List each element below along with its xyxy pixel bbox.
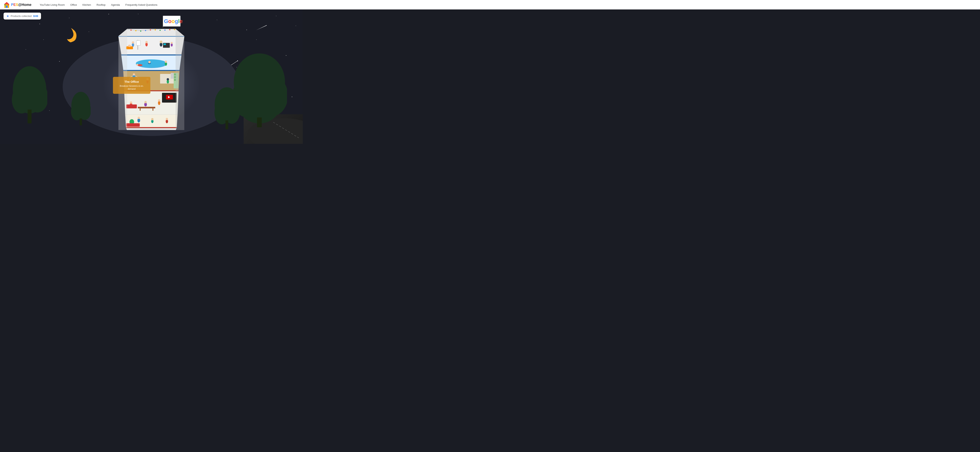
svg-rect-23	[226, 121, 228, 129]
star	[296, 25, 296, 26]
svg-point-32	[135, 30, 137, 31]
star	[217, 20, 217, 20]
nav-rooftop[interactable]: Rooftop	[95, 3, 108, 7]
svg-point-34	[145, 30, 146, 31]
svg-rect-3	[4, 4, 6, 6]
svg-point-66	[165, 60, 167, 63]
products-label: Products collected	[11, 14, 32, 17]
svg-marker-112	[118, 29, 127, 130]
svg-point-38	[164, 30, 165, 31]
svg-marker-1	[4, 2, 10, 4]
svg-point-35	[150, 29, 151, 30]
tree-left-small	[71, 90, 91, 126]
svg-rect-50	[164, 44, 166, 45]
svg-point-54	[128, 44, 131, 47]
svg-point-46	[145, 41, 148, 43]
svg-rect-14	[80, 119, 82, 125]
svg-point-93	[145, 101, 147, 103]
svg-point-64	[136, 64, 138, 66]
svg-point-13	[78, 101, 91, 120]
star	[40, 24, 40, 24]
nav-office[interactable]: Office	[68, 3, 79, 7]
svg-point-108	[166, 118, 168, 120]
tree-right-large	[232, 52, 287, 128]
svg-point-31	[130, 30, 132, 31]
svg-point-9	[27, 83, 47, 113]
svg-point-37	[159, 30, 161, 31]
svg-rect-10	[28, 109, 32, 123]
svg-point-39	[169, 29, 170, 30]
svg-marker-57	[121, 55, 181, 56]
nav-agenda[interactable]: Agenda	[109, 3, 122, 7]
svg-point-36	[155, 29, 156, 30]
svg-point-48	[160, 41, 162, 43]
shooting-star	[256, 25, 267, 30]
svg-rect-96	[138, 107, 155, 108]
svg-point-95	[158, 99, 160, 102]
logo[interactable]: PES@Home	[3, 1, 32, 8]
svg-rect-106	[126, 123, 140, 127]
svg-text:Google: Google	[164, 18, 183, 24]
moon	[61, 25, 79, 43]
svg-rect-56	[137, 41, 140, 46]
navbar: PES@Home YouTube Living Room Office Kitc…	[0, 0, 303, 10]
svg-point-40	[174, 29, 175, 30]
svg-marker-67	[123, 70, 179, 71]
logo-icon	[3, 1, 10, 8]
star	[256, 40, 257, 40]
star	[25, 49, 26, 50]
products-count: 0/49	[33, 14, 38, 17]
svg-marker-110	[126, 128, 177, 130]
nav-kitchen[interactable]: Kitchen	[80, 3, 93, 7]
star	[247, 30, 247, 30]
star	[59, 61, 60, 62]
svg-point-103	[151, 118, 154, 121]
building[interactable]: Google	[115, 16, 188, 130]
svg-rect-97	[140, 108, 140, 111]
svg-rect-4	[8, 4, 9, 6]
star	[138, 14, 138, 14]
star	[108, 14, 109, 14]
svg-point-78	[146, 78, 149, 81]
star	[69, 18, 69, 18]
svg-rect-19	[257, 117, 262, 127]
svg-point-52	[171, 42, 173, 44]
scene: Google	[0, 0, 303, 144]
nav-faq[interactable]: Frequently Asked Questions	[123, 3, 159, 7]
svg-point-62	[148, 61, 151, 63]
svg-rect-91	[126, 105, 137, 108]
svg-point-44	[132, 41, 134, 44]
star	[49, 110, 50, 111]
svg-marker-83	[124, 90, 178, 91]
svg-rect-2	[6, 6, 8, 8]
svg-marker-109	[126, 127, 177, 128]
nav-youtube-living-room[interactable]: YouTube Living Room	[38, 3, 67, 7]
svg-point-73	[167, 78, 169, 81]
star	[43, 40, 44, 40]
tree-right-small	[214, 86, 240, 130]
svg-point-22	[224, 99, 240, 124]
nav-links: YouTube Living Room Office Kitchen Rooft…	[38, 3, 159, 7]
svg-marker-41	[118, 36, 184, 36]
star-icon: ★	[6, 14, 9, 18]
products-badge: ★ Products collected 0/49	[3, 13, 41, 19]
svg-marker-113	[176, 29, 184, 130]
star	[292, 97, 292, 97]
svg-point-101	[138, 117, 140, 119]
building-svg: Google	[115, 16, 188, 130]
logo-text: PES@Home	[11, 3, 32, 7]
svg-point-33	[140, 30, 141, 32]
tree-left-large	[12, 64, 47, 124]
star	[276, 16, 276, 16]
svg-rect-98	[153, 108, 153, 111]
star	[89, 32, 89, 32]
svg-point-90	[130, 102, 132, 104]
svg-point-76	[133, 73, 135, 76]
